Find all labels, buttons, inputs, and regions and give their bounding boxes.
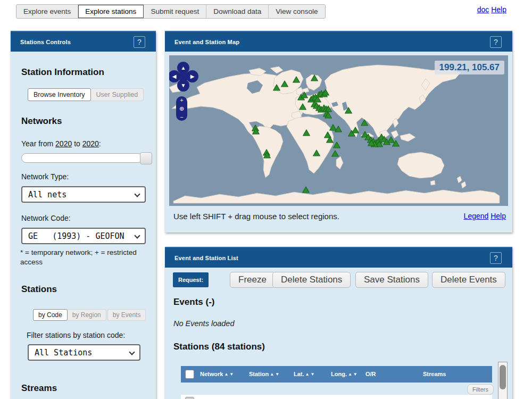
station-filter-mode-toggle: by Code by Region by Events — [33, 309, 146, 321]
station-marker-icon[interactable] — [333, 142, 340, 148]
no-events-text: No Events loaded — [173, 319, 234, 328]
by-region-button[interactable]: by Region — [67, 309, 106, 321]
station-marker-icon[interactable] — [345, 107, 352, 114]
tab-submit-request[interactable]: Submit request — [144, 5, 206, 18]
stations-controls-panel: Stations Controls ? Station Information … — [11, 31, 156, 399]
arrow-right-icon: ▶ — [190, 73, 195, 79]
map-footer: Use left SHIFT + drag mouse to select re… — [173, 212, 506, 221]
zoom-in-button[interactable]: + — [180, 97, 183, 103]
filters-button[interactable]: Filters — [467, 384, 494, 395]
sort-desc-icon[interactable]: ▼ — [310, 372, 314, 377]
year-to-link[interactable]: 2020 — [82, 139, 99, 148]
station-marker-icon[interactable] — [301, 92, 308, 98]
tab-explore-events[interactable]: Explore events — [16, 5, 78, 18]
arrow-left-icon: ◀ — [172, 73, 177, 79]
station-marker-icon[interactable] — [361, 119, 368, 126]
by-code-button[interactable]: by Code — [33, 309, 68, 321]
station-marker-icon[interactable] — [293, 76, 300, 83]
station-marker-icon[interactable] — [326, 136, 334, 143]
year-from-link[interactable]: 2020 — [55, 139, 72, 148]
column-station: Station▲▼ — [249, 371, 279, 377]
world-map[interactable]: 199.21, 105.67 ▲ ◀ ▶ ▼ + ⊕ − — [169, 55, 508, 206]
help-link[interactable]: Help — [491, 5, 506, 14]
sort-desc-icon[interactable]: ▼ — [353, 372, 358, 377]
station-marker-icon[interactable] — [311, 74, 318, 81]
stations-table-header: Network▲▼ Station▲▼ Lat.▲▼ Long.▲▼ O/R S… — [181, 366, 492, 383]
station-marker-icon[interactable] — [299, 103, 306, 110]
list-help-button[interactable]: ? — [490, 252, 502, 264]
freeze-button[interactable]: Freeze — [230, 272, 275, 288]
map-coordinates-readout: 199.21, 105.67 — [435, 61, 504, 74]
legend-link[interactable]: Legend — [464, 212, 489, 220]
user-supplied-button[interactable]: User Supplied — [90, 88, 144, 101]
page: Explore events Explore stations Submit r… — [0, 0, 532, 399]
station-marker-icon[interactable] — [352, 127, 359, 134]
station-marker-icon[interactable] — [325, 112, 332, 119]
event-station-map-panel: Event and Station Map ? — [165, 31, 512, 232]
row-checkbox[interactable] — [185, 397, 194, 399]
sort-desc-icon[interactable]: ▼ — [229, 372, 234, 377]
stations-list-scrollbar[interactable] — [498, 362, 508, 399]
station-marker-icon[interactable] — [368, 139, 375, 146]
network-code-value: GE (1993) - GEOFON — [28, 231, 124, 241]
year-slider-handle[interactable] — [140, 152, 152, 164]
zoom-out-button[interactable]: − — [180, 114, 183, 120]
network-code-select[interactable]: GE (1993) - GEOFON — [21, 228, 146, 244]
map-help-link[interactable]: Help — [491, 212, 506, 220]
map-hint-text: Use left SHIFT + drag mouse to select re… — [173, 212, 339, 221]
stations-heading: Stations — [21, 284, 57, 295]
delete-stations-button[interactable]: Delete Stations — [272, 272, 351, 288]
main-tabbar: Explore events Explore stations Submit r… — [16, 4, 326, 19]
year-prefix: Year from — [21, 139, 53, 148]
pan-down-button[interactable]: ▼ — [177, 79, 189, 92]
station-marker-icon[interactable] — [303, 129, 310, 136]
station-marker-icon[interactable] — [331, 150, 339, 157]
globe-icon[interactable]: ⊕ — [179, 105, 184, 112]
sort-asc-icon[interactable]: ▲ — [305, 372, 310, 377]
browse-inventory-button[interactable]: Browse Inventory — [28, 88, 91, 101]
by-events-button[interactable]: by Events — [107, 309, 146, 321]
stations-list-heading: Stations (84 stations) — [173, 342, 265, 352]
network-type-value: All nets — [28, 190, 66, 200]
top-links: doc Help — [477, 5, 506, 14]
station-marker-icon[interactable] — [313, 149, 320, 156]
sort-asc-icon[interactable]: ▲ — [224, 372, 228, 377]
column-network: Network▲▼ — [200, 371, 234, 377]
map-panel-title: Event and Station Map — [165, 39, 239, 45]
station-marker-icon[interactable] — [322, 89, 329, 96]
request-button[interactable]: Request: — [173, 272, 209, 287]
year-range-slider[interactable] — [21, 153, 143, 163]
column-lat: Lat.▲▼ — [294, 371, 314, 377]
save-stations-button[interactable]: Save Stations — [355, 272, 428, 288]
station-marker-icon[interactable] — [281, 80, 288, 87]
station-marker-icon[interactable] — [263, 152, 271, 159]
arrow-down-icon: ▼ — [181, 82, 186, 88]
station-marker-icon[interactable] — [335, 126, 342, 132]
station-marker-icon[interactable] — [302, 186, 310, 193]
station-marker-icon[interactable] — [273, 84, 280, 91]
delete-events-button[interactable]: Delete Events — [432, 272, 505, 288]
sort-asc-icon[interactable]: ▲ — [270, 372, 274, 377]
chevron-down-icon — [134, 232, 140, 238]
tab-view-console[interactable]: View console — [269, 5, 325, 18]
map-panel-header: Event and Station Map ? — [165, 31, 512, 52]
select-all-checkbox[interactable] — [185, 370, 194, 379]
tab-explore-stations[interactable]: Explore stations — [78, 5, 144, 18]
inventory-toggle: Browse Inventory User Supplied — [28, 88, 144, 101]
list-panel-header: Event and Station List ? — [165, 247, 512, 268]
table-row[interactable] — [181, 395, 492, 399]
network-type-select[interactable]: All nets — [21, 186, 146, 203]
network-code-label: Network Code: — [21, 214, 71, 222]
doc-link[interactable]: doc — [477, 5, 489, 14]
station-marker-icon[interactable] — [252, 128, 260, 135]
stations-controls-help-button[interactable]: ? — [134, 36, 145, 48]
tab-download-data[interactable]: Download data — [206, 5, 269, 18]
station-filter-select[interactable]: All Stations — [28, 344, 140, 361]
pan-right-button[interactable]: ▶ — [186, 70, 198, 82]
map-help-button[interactable]: ? — [490, 36, 502, 48]
station-marker-icon[interactable] — [392, 140, 400, 147]
sort-asc-icon[interactable]: ▲ — [348, 372, 352, 377]
scrollbar-thumb[interactable] — [500, 365, 506, 389]
sort-desc-icon[interactable]: ▼ — [275, 372, 279, 377]
station-information-heading: Station Information — [21, 67, 104, 78]
